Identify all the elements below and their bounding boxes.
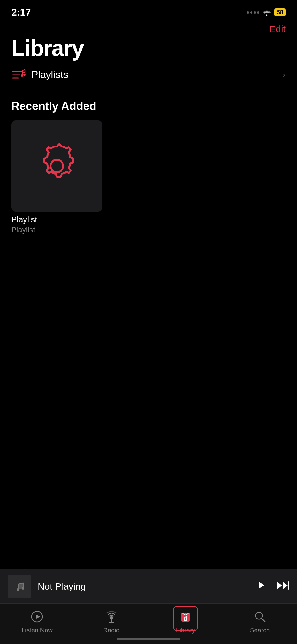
battery-indicator: 58 <box>274 8 286 16</box>
svg-marker-12 <box>36 614 40 619</box>
playlist-music-icon <box>11 69 26 81</box>
status-icons: 58 <box>247 8 286 16</box>
playlists-label: Playlists <box>31 69 68 80</box>
album-item[interactable]: Playlist Playlist <box>11 120 102 234</box>
album-title: Playlist <box>11 215 102 225</box>
svg-line-20 <box>262 618 265 622</box>
header: Edit <box>0 19 297 35</box>
wifi-icon <box>262 9 271 16</box>
home-indicator <box>117 638 180 640</box>
svg-point-6 <box>22 587 24 590</box>
tab-radio[interactable]: Radio <box>74 608 149 634</box>
status-time: 2:17 <box>11 7 31 18</box>
svg-marker-8 <box>277 581 282 590</box>
album-art <box>11 120 102 212</box>
svg-marker-9 <box>283 581 288 590</box>
tab-radio-label: Radio <box>103 627 120 634</box>
mini-player[interactable]: Not Playing <box>0 569 297 604</box>
page-title: Library <box>0 35 297 60</box>
svg-point-3 <box>21 74 23 77</box>
tab-search[interactable]: Search <box>223 608 297 634</box>
tab-listen-now-label: Listen Now <box>22 627 53 634</box>
chevron-right-icon: › <box>283 70 286 80</box>
tab-active-bg <box>173 606 198 631</box>
recently-added-title: Recently Added <box>0 88 297 120</box>
svg-point-13 <box>110 616 113 619</box>
svg-marker-7 <box>259 582 264 589</box>
music-note-icon <box>14 581 25 592</box>
mini-fast-forward-button[interactable] <box>276 580 289 593</box>
svg-rect-10 <box>288 581 289 590</box>
album-subtitle: Playlist <box>11 225 102 234</box>
playlists-row[interactable]: Playlists › <box>0 60 297 88</box>
edit-button[interactable]: Edit <box>269 24 286 35</box>
mini-player-art <box>8 575 31 598</box>
play-circle-icon <box>29 608 45 625</box>
search-icon <box>252 608 268 625</box>
signal-icon <box>247 11 259 14</box>
tab-search-label: Search <box>250 627 270 634</box>
mini-player-controls <box>255 579 289 594</box>
tab-listen-now[interactable]: Listen Now <box>0 608 74 634</box>
status-bar: 2:17 58 <box>0 0 297 19</box>
gear-icon <box>32 141 82 191</box>
tab-library[interactable]: Library <box>148 608 223 634</box>
album-grid: Playlist Playlist <box>0 120 297 234</box>
svg-point-5 <box>17 588 19 591</box>
radio-icon <box>103 608 120 625</box>
mini-play-button[interactable] <box>255 579 267 594</box>
svg-point-4 <box>23 74 26 76</box>
battery-level: 58 <box>277 9 283 16</box>
mini-player-title: Not Playing <box>38 581 249 592</box>
